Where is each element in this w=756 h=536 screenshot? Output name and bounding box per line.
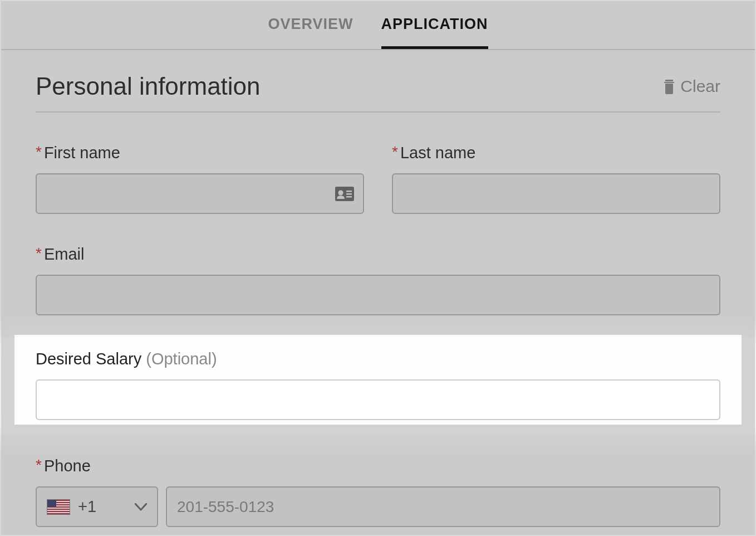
phone-input-row: +1 [36, 486, 720, 527]
last-name-label-text: Last name [400, 144, 475, 162]
required-asterisk: * [36, 143, 42, 160]
clear-button[interactable]: Clear [662, 77, 720, 96]
optional-text: (Optional) [146, 350, 217, 368]
svg-rect-2 [346, 191, 352, 192]
form-content: Personal information Clear *First name [1, 50, 755, 527]
field-desired-salary: Desired Salary (Optional) [36, 350, 720, 420]
field-email: *Email [36, 245, 720, 315]
trash-icon [662, 79, 676, 94]
phone-label-text: Phone [44, 457, 91, 475]
phone-label: *Phone [36, 457, 720, 475]
svg-rect-4 [346, 196, 352, 198]
required-asterisk: * [36, 245, 42, 262]
svg-rect-3 [346, 193, 352, 195]
svg-point-1 [338, 190, 343, 195]
phone-input[interactable] [166, 486, 720, 527]
application-form-wrapper: OVERVIEW APPLICATION Personal informatio… [0, 0, 756, 536]
email-input[interactable] [36, 275, 720, 315]
required-asterisk: * [392, 143, 398, 160]
required-asterisk: * [36, 456, 42, 474]
country-code-select[interactable]: +1 [36, 486, 158, 527]
us-flag-icon [47, 499, 70, 515]
email-label: *Email [36, 245, 720, 264]
row-phone: *Phone +1 [36, 457, 720, 527]
page-title: Personal information [36, 72, 261, 100]
desired-salary-input[interactable] [36, 379, 720, 420]
row-name: *First name *Last name [36, 144, 720, 214]
field-first-name: *First name [36, 144, 364, 214]
first-name-label-text: First name [44, 144, 120, 162]
last-name-label: *Last name [392, 144, 720, 162]
highlighted-desired-salary: Desired Salary (Optional) [1, 338, 755, 435]
last-name-input[interactable] [392, 173, 720, 214]
first-name-input-wrapper [36, 173, 364, 214]
country-code-text: +1 [78, 498, 127, 516]
first-name-label: *First name [36, 144, 364, 162]
tab-application[interactable]: APPLICATION [381, 1, 488, 49]
id-card-icon [335, 187, 354, 201]
chevron-down-icon [135, 503, 147, 511]
tab-overview[interactable]: OVERVIEW [268, 1, 353, 49]
desired-salary-label-text: Desired Salary [36, 350, 141, 368]
tabs: OVERVIEW APPLICATION [1, 1, 755, 50]
field-last-name: *Last name [392, 144, 720, 214]
section-header: Personal information Clear [36, 72, 720, 113]
field-phone: *Phone +1 [36, 457, 720, 527]
first-name-input[interactable] [36, 173, 364, 214]
row-email: *Email [36, 245, 720, 315]
clear-label: Clear [680, 77, 720, 96]
desired-salary-label: Desired Salary (Optional) [36, 350, 720, 368]
email-label-text: Email [44, 245, 85, 263]
